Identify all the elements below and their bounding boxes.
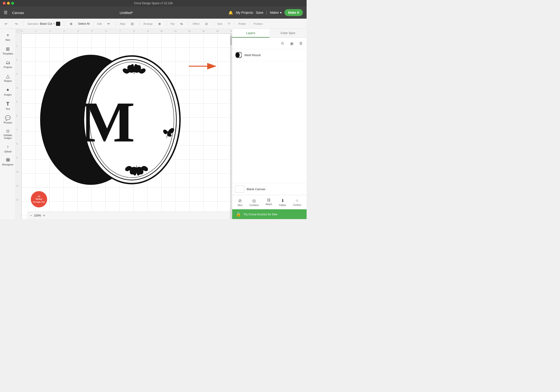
tab-color-sync[interactable]: Color Sync [270, 29, 307, 38]
machine-name: Maker [270, 11, 279, 14]
arrow-annotation [189, 62, 219, 71]
attach-tool[interactable]: ⛓ Attach [264, 197, 274, 207]
toolbar-separator [93, 21, 94, 27]
sidebar-item-label: Text [6, 108, 10, 110]
position-label: Position [254, 22, 263, 25]
operation-group: Operation Basic Cut ▾ [27, 22, 60, 26]
color-swatch[interactable] [56, 22, 60, 26]
canvas-design[interactable]: M [40, 48, 185, 192]
rotate-label: Rotate [238, 22, 246, 25]
sidebar-item-upload[interactable]: ↑ Upload [1, 142, 15, 155]
sidebar-item-templates[interactable]: ⊞ Templates [1, 44, 15, 57]
operation-value[interactable]: Basic Cut [40, 22, 52, 25]
lock-icon: 🔒 [236, 212, 241, 217]
sidebar-item-projects[interactable]: 🗂 Projects [1, 58, 15, 71]
duplicate-layer-button[interactable]: ⧉ [279, 40, 286, 47]
flatten-tool[interactable]: ⬇ Flatten [277, 197, 288, 207]
edit-label: Edit [97, 22, 102, 25]
canvas-area[interactable]: 0 1 2 3 4 5 6 7 8 9 10 11 12 13 14 15 1 … [16, 29, 232, 219]
machine-selector[interactable]: Maker ▾ [270, 11, 282, 14]
document-title: Untitled* [28, 11, 225, 15]
flip-label: Flip [170, 22, 175, 25]
toolbar-separator [234, 21, 234, 27]
sidebar-item-label: Shapes [4, 80, 12, 83]
notification-bell-icon[interactable]: 🔔 [229, 10, 233, 15]
left-sidebar: + New ⊞ Templates 🗂 Projects △ Shapes ✦ … [0, 29, 16, 219]
zoom-level: 100% [34, 214, 41, 217]
zoom-out-button[interactable]: − [30, 213, 32, 218]
main-area: + New ⊞ Templates 🗂 Projects △ Shapes ✦ … [0, 29, 307, 219]
blank-canvas-label: Blank Canvas [247, 187, 265, 191]
sidebar-item-label: Upload [4, 150, 12, 153]
panel-actions: ⧉ ▣ 🗑 [232, 38, 307, 49]
flatten-label: Flatten [279, 204, 286, 207]
edit-pencil-icon[interactable]: ✏ [105, 20, 112, 27]
sidebar-item-phrases[interactable]: 💬 Phrases [1, 113, 15, 126]
sidebar-item-shapes[interactable]: △ Shapes [1, 72, 15, 84]
size-label: Size [218, 22, 222, 25]
canvas-label[interactable]: Canvas [12, 11, 24, 15]
toolbar-separator [167, 21, 167, 27]
scrollbar-thumb[interactable] [230, 36, 232, 45]
close-button[interactable] [3, 2, 6, 5]
zoom-in-button[interactable]: + [43, 213, 45, 218]
sidebar-item-label: New [5, 39, 10, 41]
scrollbar-vertical[interactable] [230, 34, 232, 219]
group-layer-button[interactable]: ▣ [288, 40, 295, 47]
select-all-button[interactable]: Select All [78, 22, 90, 25]
chevron-down-icon: ▾ [53, 22, 55, 25]
target-icon[interactable]: ⊕ [68, 20, 74, 27]
design-svg: M [40, 48, 185, 192]
toolbar-separator [139, 21, 140, 27]
sidebar-item-monogram[interactable]: Ⓜ Monogram [1, 156, 15, 168]
title-bar: Cricut Design Space v7.22.149 [0, 0, 307, 7]
attach-icon: ⛓ [267, 198, 271, 202]
blank-canvas-thumbnail [235, 185, 244, 192]
slice-label: Slice [238, 204, 243, 207]
toolbar-separator [213, 21, 214, 27]
flip-icon[interactable]: ⇆ [178, 20, 185, 27]
zoom-bar: − 100% + [27, 212, 232, 219]
offset-icon[interactable]: ⊙ [203, 20, 210, 27]
delete-layer-button[interactable]: 🗑 [297, 40, 305, 47]
top-nav: ☰ Canvas Untitled* 🔔 My Projects Save | … [0, 7, 307, 19]
sidebar-item-new[interactable]: + New [1, 31, 15, 43]
make-it-button[interactable]: Make It [284, 9, 303, 16]
contour-tool[interactable]: ○ Contour [291, 197, 303, 207]
combine-label: Combine [250, 204, 259, 207]
right-panel: Layers Color Sync ⧉ ▣ 🗑 Weld Result [232, 29, 307, 219]
chevron-down-icon: ▾ [280, 11, 282, 14]
sidebar-item-text[interactable]: T Text [1, 99, 15, 112]
sidebar-item-label: Projects [3, 66, 12, 69]
hamburger-icon[interactable]: ☰ [4, 10, 8, 15]
canvas-grid[interactable]: M [21, 34, 232, 219]
layers-list: Weld Result [232, 49, 307, 183]
plus-icon: + [7, 33, 9, 38]
minimize-button[interactable] [7, 2, 10, 5]
sidebar-item-images[interactable]: ✦ Images [1, 85, 15, 98]
toolbar: ↩ ↪ Operation Basic Cut ▾ ⊕ Select All E… [0, 19, 307, 29]
align-icon[interactable]: ⊟ [129, 20, 136, 27]
tab-layers[interactable]: Layers [232, 29, 270, 38]
redo-button[interactable]: ↪ [13, 20, 20, 27]
maximize-button[interactable] [11, 2, 14, 5]
slice-tool[interactable]: ⊘ Slice [236, 197, 245, 207]
layer-tools: ⊘ Slice ◎ Combine ⛓ Attach ⬇ Flatten [232, 195, 307, 209]
blank-canvas-section[interactable]: Blank Canvas [232, 183, 307, 195]
ruler-vertical: 1 2 3 4 5 6 7 8 9 10 11 12 [16, 34, 21, 219]
traffic-lights [3, 2, 14, 5]
arrange-icon[interactable]: ⊕ [156, 20, 163, 27]
toolbar-separator [23, 21, 24, 27]
sidebar-item-label: Editable Images [2, 134, 13, 140]
phrases-icon: 💬 [5, 115, 11, 121]
my-projects-link[interactable]: My Projects [236, 11, 253, 14]
combine-tool[interactable]: ◎ Combine [248, 197, 261, 207]
arrange-label: Arrange [143, 22, 152, 25]
save-button[interactable]: Save [256, 11, 263, 14]
cricut-access-text: Try Cricut Access for free [243, 212, 277, 216]
sidebar-item-label: Monogram [2, 163, 13, 166]
sidebar-item-editable-images[interactable]: ⊡ Editable Images [1, 127, 15, 142]
layer-item-weld-result[interactable]: Weld Result [232, 49, 307, 61]
undo-button[interactable]: ↩ [3, 20, 9, 27]
cricut-access-banner[interactable]: 🔒 Try Cricut Access for free [232, 209, 307, 219]
